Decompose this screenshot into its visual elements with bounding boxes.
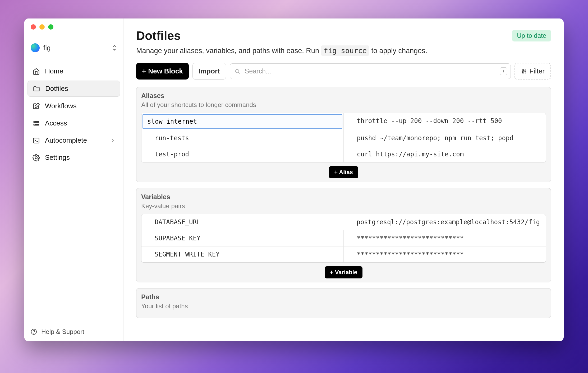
alias-key-input[interactable]	[143, 114, 342, 129]
aliases-section: Aliases All of your shortcuts to longer …	[136, 87, 551, 182]
add-alias-button[interactable]: + Alias	[329, 166, 358, 178]
status-badge: Up to date	[512, 30, 551, 41]
gear-icon	[32, 154, 40, 162]
folder-icon	[33, 85, 40, 93]
table-row: run-tests pushd ~/team/monorepo; npm run…	[141, 130, 546, 146]
sidebar-item-settings[interactable]: Settings	[27, 150, 120, 165]
sidebar-item-label: Workflows	[45, 102, 76, 110]
svg-point-8	[235, 69, 239, 73]
workspace-logo-icon	[31, 43, 40, 52]
sidebar-item-label: Autocomplete	[45, 136, 87, 144]
sidebar-item-label: Dotfiles	[45, 85, 68, 93]
plus-icon: +	[142, 67, 146, 75]
svg-point-7	[34, 333, 34, 333]
table-row: test-prod curl https://api.my-site.com	[141, 146, 546, 162]
section-subtitle: All of your shortcuts to longer commands	[141, 101, 546, 109]
sliders-icon	[521, 68, 527, 74]
var-value-cell[interactable]: postgresql://postgres:example@localhost:…	[343, 214, 546, 230]
var-key-cell[interactable]: SUPABASE_KEY	[141, 230, 344, 246]
svg-point-5	[35, 156, 37, 158]
chevron-updown-icon	[112, 44, 117, 52]
chevron-right-icon	[111, 138, 115, 143]
workspace-switcher[interactable]: fig	[24, 34, 123, 60]
svg-point-3	[34, 124, 35, 125]
sidebar-item-label: Access	[45, 119, 67, 127]
add-variable-button[interactable]: + Variable	[325, 266, 362, 278]
paths-section: Paths Your list of paths	[136, 288, 551, 318]
section-title: Aliases	[141, 92, 546, 100]
maximize-window-button[interactable]	[48, 24, 53, 30]
sidebar-item-autocomplete[interactable]: Autocomplete	[27, 133, 120, 148]
server-icon	[32, 119, 40, 127]
var-value-cell[interactable]: ****************************	[344, 230, 546, 246]
search-shortcut-hint: /	[500, 67, 507, 75]
sidebar-item-dotfiles[interactable]: Dotfiles	[27, 81, 120, 97]
section-title: Paths	[141, 293, 546, 301]
minimize-window-button[interactable]	[39, 24, 45, 30]
help-label: Help & Support	[41, 328, 84, 335]
alias-value-cell[interactable]: throttle --up 200 --down 200 --rtt 500	[344, 113, 546, 130]
page-title: Dotfiles	[136, 29, 181, 43]
search-icon	[235, 68, 240, 74]
help-support-link[interactable]: Help & Support	[24, 322, 123, 341]
svg-rect-4	[34, 138, 39, 143]
close-window-button[interactable]	[31, 24, 36, 30]
sidebar-nav: Home Dotfiles Workflows Access	[24, 60, 123, 322]
new-block-button[interactable]: + New Block	[136, 63, 189, 80]
table-row: SEGMENT_WRITE_KEY **********************…	[141, 246, 546, 262]
alias-key-cell[interactable]	[141, 113, 344, 130]
svg-rect-1	[34, 124, 39, 125]
edit-icon	[32, 102, 40, 110]
aliases-table: throttle --up 200 --down 200 --rtt 500 r…	[141, 113, 546, 162]
alias-value-cell[interactable]: curl https://api.my-site.com	[344, 146, 546, 162]
section-subtitle: Your list of paths	[141, 302, 546, 310]
app-window: fig Home Dotfiles Wor	[24, 18, 564, 341]
svg-rect-0	[34, 121, 39, 123]
sidebar-item-home[interactable]: Home	[27, 63, 120, 79]
window-controls	[24, 18, 123, 34]
page-subtitle: Manage your aliases, variables, and path…	[136, 46, 551, 55]
table-row: throttle --up 200 --down 200 --rtt 500	[141, 113, 546, 130]
table-row: DATABASE_URL postgresql://postgres:examp…	[141, 214, 546, 230]
alias-key-cell[interactable]: run-tests	[141, 130, 344, 146]
toolbar: + New Block Import / Filter	[136, 63, 551, 80]
var-key-cell[interactable]: DATABASE_URL	[141, 214, 343, 230]
help-icon	[31, 329, 37, 335]
var-value-cell[interactable]: ****************************	[344, 246, 546, 262]
main-content: Dotfiles Up to date Manage your aliases,…	[123, 18, 564, 341]
inline-code: fig source	[321, 45, 369, 56]
sidebar-item-label: Home	[45, 67, 63, 75]
workspace-name: fig	[43, 44, 108, 52]
sidebar-item-workflows[interactable]: Workflows	[27, 98, 120, 114]
table-row: SUPABASE_KEY ***************************…	[141, 230, 546, 246]
variables-table: DATABASE_URL postgresql://postgres:examp…	[141, 214, 546, 263]
alias-key-cell[interactable]: test-prod	[141, 146, 344, 162]
svg-point-2	[34, 122, 35, 122]
section-title: Variables	[141, 193, 546, 201]
sidebar-item-access[interactable]: Access	[27, 115, 120, 131]
variables-section: Variables Key-value pairs DATABASE_URL p…	[136, 188, 551, 282]
import-button[interactable]: Import	[192, 63, 226, 80]
filter-button[interactable]: Filter	[514, 63, 551, 80]
home-icon	[32, 67, 40, 75]
sidebar: fig Home Dotfiles Wor	[24, 18, 123, 341]
section-subtitle: Key-value pairs	[141, 202, 546, 210]
search-input[interactable]	[230, 63, 511, 79]
sidebar-item-label: Settings	[45, 153, 70, 162]
terminal-icon	[32, 137, 40, 144]
var-key-cell[interactable]: SEGMENT_WRITE_KEY	[141, 246, 344, 262]
alias-value-cell[interactable]: pushd ~/team/monorepo; npm run test; pop…	[344, 130, 546, 146]
